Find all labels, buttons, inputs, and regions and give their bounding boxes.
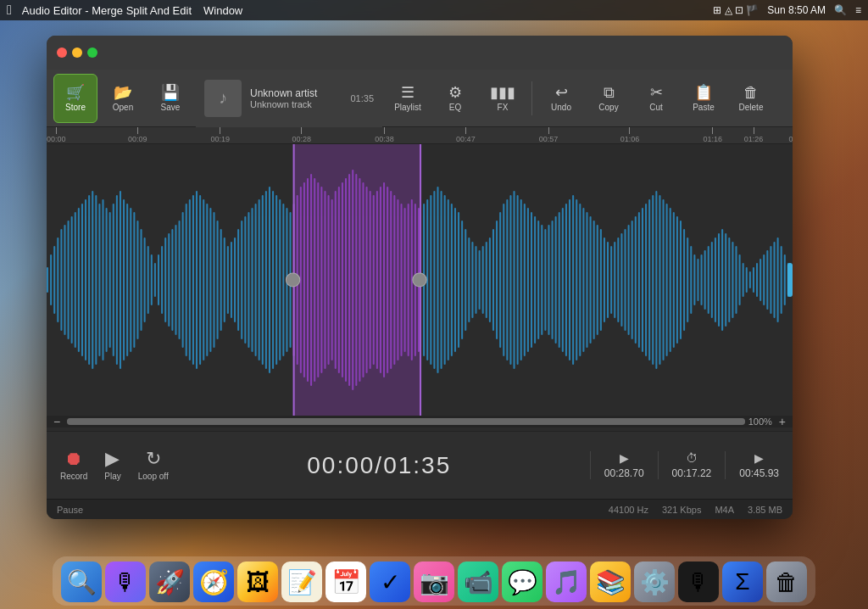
svg-rect-169 bbox=[756, 263, 758, 297]
svg-rect-207 bbox=[387, 187, 388, 373]
undo-button[interactable]: ↩ Undo bbox=[539, 74, 583, 123]
menubar-window[interactable]: Window bbox=[203, 4, 242, 17]
ruler-mark-10: 01:35 bbox=[789, 127, 793, 143]
cut-button[interactable]: ✂ Cut bbox=[634, 74, 678, 123]
svg-rect-92 bbox=[489, 237, 491, 322]
maximize-button[interactable] bbox=[87, 47, 97, 58]
fx-button[interactable]: ▮▮▮ FX bbox=[481, 74, 525, 123]
dock-calendar[interactable]: 📅 bbox=[326, 562, 366, 602]
svg-rect-91 bbox=[486, 242, 487, 318]
ruler-mark-9: 01:26 bbox=[744, 127, 764, 143]
store-label: Store bbox=[65, 103, 86, 112]
record-button[interactable]: ⏺ Record bbox=[60, 450, 87, 481]
svg-rect-145 bbox=[673, 212, 675, 348]
scrollbar-area[interactable]: − 100% + bbox=[47, 416, 793, 427]
dock-audio-editor[interactable]: 🎙 bbox=[678, 562, 719, 602]
save-button[interactable]: 💾 Save bbox=[148, 74, 192, 123]
delete-button[interactable]: 🗑 Delete bbox=[729, 74, 773, 123]
svg-rect-19 bbox=[109, 212, 111, 348]
svg-rect-109 bbox=[548, 225, 549, 335]
dock-facetime[interactable]: 📹 bbox=[458, 562, 498, 602]
eq-icon: ⚙ bbox=[448, 85, 462, 100]
playlist-button[interactable]: ☰ Playlist bbox=[386, 74, 430, 123]
close-button[interactable] bbox=[57, 47, 67, 58]
scroll-thumb[interactable] bbox=[67, 418, 744, 425]
dock-siri[interactable]: 🎙 bbox=[105, 562, 146, 602]
dock-safari[interactable]: 🧭 bbox=[193, 562, 234, 602]
save-icon: 💾 bbox=[161, 85, 180, 100]
menubar-app-name[interactable]: Audio Editor - Merge Split And Edit bbox=[22, 4, 192, 17]
waveform-area[interactable] bbox=[47, 144, 793, 416]
copy-icon: ⧉ bbox=[604, 85, 615, 100]
dock-system-prefs[interactable]: ⚙️ bbox=[634, 562, 675, 602]
save-label: Save bbox=[161, 103, 181, 112]
svg-rect-13 bbox=[88, 195, 90, 365]
marker-3-icon: ▶ bbox=[754, 451, 764, 465]
play-button[interactable]: ▶ Play bbox=[104, 450, 120, 481]
bitrate: 321 Kbps bbox=[662, 505, 701, 515]
main-window: 🛒 Store 📂 Open 💾 Save ♪ Unknown artist U… bbox=[47, 36, 793, 519]
minimize-button[interactable] bbox=[72, 47, 82, 58]
svg-rect-67 bbox=[275, 195, 277, 365]
svg-rect-132 bbox=[628, 225, 630, 335]
frequency: 44100 Hz bbox=[609, 505, 648, 515]
paste-button[interactable]: 📋 Paste bbox=[682, 74, 726, 123]
svg-rect-212 bbox=[404, 208, 406, 352]
svg-rect-159 bbox=[721, 229, 723, 331]
dock-reminders[interactable]: ✓ bbox=[370, 562, 410, 602]
svg-rect-172 bbox=[766, 250, 768, 310]
svg-rect-51 bbox=[220, 229, 222, 331]
svg-rect-3 bbox=[53, 246, 55, 314]
svg-point-220 bbox=[413, 273, 426, 287]
store-button[interactable]: 🛒 Store bbox=[53, 74, 97, 123]
apple-menu[interactable]:  bbox=[7, 3, 12, 18]
scroll-track[interactable] bbox=[67, 418, 744, 425]
dock-notes[interactable]: 📝 bbox=[281, 562, 322, 602]
eq-button[interactable]: ⚙ EQ bbox=[433, 74, 477, 123]
dock-launchpad[interactable]: 🚀 bbox=[149, 562, 190, 602]
svg-rect-1 bbox=[47, 267, 48, 293]
svg-rect-161 bbox=[728, 237, 730, 322]
svg-rect-204 bbox=[376, 191, 378, 369]
svg-rect-188 bbox=[320, 187, 322, 373]
menubar-menu-icon[interactable]: ≡ bbox=[855, 4, 861, 16]
svg-rect-113 bbox=[562, 208, 564, 352]
copy-button[interactable]: ⧉ Copy bbox=[587, 74, 631, 123]
menubar-search-icon[interactable]: 🔍 bbox=[834, 4, 847, 16]
dock-trash[interactable]: 🗑 bbox=[766, 562, 807, 602]
svg-rect-88 bbox=[475, 246, 476, 314]
svg-rect-146 bbox=[676, 216, 678, 344]
dock-finder[interactable]: 🔍 bbox=[61, 562, 102, 602]
svg-rect-196 bbox=[348, 174, 350, 386]
svg-rect-177 bbox=[784, 254, 786, 305]
svg-rect-197 bbox=[352, 170, 353, 390]
svg-rect-117 bbox=[576, 199, 577, 360]
svg-rect-90 bbox=[482, 246, 484, 314]
svg-rect-53 bbox=[227, 246, 229, 314]
waveform-wrapper[interactable]: − 100% + bbox=[47, 144, 793, 431]
zoom-minus-button[interactable]: − bbox=[50, 415, 64, 428]
toolbar-divider-1 bbox=[531, 81, 532, 115]
zoom-plus-button[interactable]: + bbox=[776, 415, 789, 428]
svg-rect-87 bbox=[471, 242, 473, 318]
svg-rect-111 bbox=[555, 216, 557, 344]
play-icon: ▶ bbox=[105, 450, 120, 468]
dock-books[interactable]: 📚 bbox=[590, 562, 631, 602]
svg-rect-107 bbox=[541, 225, 542, 335]
svg-rect-55 bbox=[234, 237, 236, 322]
dock-music[interactable]: 🎵 bbox=[546, 562, 587, 602]
svg-rect-68 bbox=[279, 199, 281, 360]
svg-rect-18 bbox=[106, 208, 108, 352]
dock-photos-lib[interactable]: 📷 bbox=[414, 562, 454, 602]
dock-photos-app[interactable]: 🖼 bbox=[237, 562, 278, 602]
svg-rect-6 bbox=[64, 225, 65, 335]
ruler-mark-8: 01:16 bbox=[703, 127, 722, 143]
svg-rect-21 bbox=[116, 195, 118, 365]
svg-rect-156 bbox=[711, 242, 713, 318]
open-button[interactable]: 📂 Open bbox=[101, 74, 145, 123]
dock-sigma[interactable]: Σ bbox=[722, 562, 763, 602]
svg-rect-120 bbox=[586, 212, 587, 348]
dock-messages[interactable]: 💬 bbox=[502, 562, 542, 602]
loop-button[interactable]: ↻ Loop off bbox=[138, 450, 169, 481]
svg-rect-45 bbox=[199, 195, 201, 365]
